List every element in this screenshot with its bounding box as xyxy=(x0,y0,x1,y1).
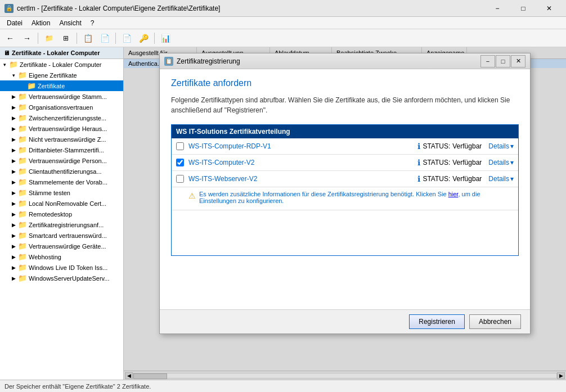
expand-icon-12[interactable]: ▶ xyxy=(9,190,18,196)
status-value-3: Verfügbar xyxy=(452,175,482,183)
expand-icon-5[interactable]: ▶ xyxy=(9,115,18,121)
details-link-2[interactable]: Details ▾ xyxy=(488,159,514,166)
tree-item-8[interactable]: ▶📁Drittanbieter-Stammzertifi... xyxy=(0,145,123,155)
paste-button[interactable]: 📄 xyxy=(97,31,113,46)
key-button[interactable]: 🔑 xyxy=(136,31,151,46)
expand-icon-9[interactable]: ▶ xyxy=(9,158,18,164)
tree-label-8: Drittanbieter-Stammzertifi... xyxy=(29,147,104,154)
export-button[interactable]: 📄 xyxy=(119,31,134,46)
tree-item-2[interactable]: 📁Zertifikate xyxy=(0,80,123,91)
chart-button[interactable]: 📊 xyxy=(158,31,173,46)
expand-icon-4[interactable]: ▶ xyxy=(9,105,18,110)
tree-item-5[interactable]: ▶📁Zwischenzertifizierungsste... xyxy=(0,112,123,123)
tree-item-12[interactable]: ▶📁Stämme testen xyxy=(0,187,123,198)
expand-icon-19[interactable]: ▶ xyxy=(9,265,18,271)
folder-icon-4: 📁 xyxy=(18,103,27,111)
tree-item-19[interactable]: ▶📁Windows Live ID Token Iss... xyxy=(0,262,123,273)
warning-link[interactable]: hier xyxy=(448,191,459,197)
modal-title-bar: 📋 Zertifikatregistrierung − □ ✕ xyxy=(160,53,530,69)
tree-item-4[interactable]: ▶📁Organisationsvertrauen xyxy=(0,102,123,112)
cert-checkbox-3[interactable] xyxy=(176,175,184,183)
expand-icon-11[interactable]: ▶ xyxy=(9,179,18,185)
cert-status-2: ℹ STATUS: Verfügbar xyxy=(417,158,482,167)
status-text: Der Speicher enthält "Eigene Zertifikate… xyxy=(5,383,151,390)
modal-maximize-button[interactable]: □ xyxy=(496,55,510,67)
cert-row-3: WS-ITS-Webserver-V2 ℹ STATUS: Verfügbar … xyxy=(172,171,518,187)
expand-icon-6[interactable]: ▶ xyxy=(9,126,18,132)
tree-panel: 🖥 Zertifikate - Lokaler Computer ▾📁Zerti… xyxy=(0,47,124,380)
tree-item-14[interactable]: ▶📁Remotedesktop xyxy=(0,209,123,219)
cancel-button[interactable]: Abbrechen xyxy=(469,314,521,329)
cert-name-1[interactable]: WS-ITS-Computer-RDP-V1 xyxy=(188,142,417,150)
menu-help[interactable]: ? xyxy=(86,18,99,28)
minimize-button[interactable]: − xyxy=(485,2,510,15)
cert-row-2: WS-ITS-Computer-V2 ℹ STATUS: Verfügbar D… xyxy=(172,155,518,171)
info-icon-3: ℹ xyxy=(417,174,420,183)
details-link-1[interactable]: Details ▾ xyxy=(488,142,514,150)
expand-icon-13[interactable]: ▶ xyxy=(9,201,18,206)
folder-icon-16: 📁 xyxy=(18,231,27,240)
menu-datei[interactable]: Datei xyxy=(2,18,27,28)
register-button[interactable]: Registrieren xyxy=(409,314,465,329)
expand-icon-15[interactable]: ▶ xyxy=(9,222,18,228)
forward-button[interactable]: → xyxy=(19,31,35,46)
maximize-button[interactable]: □ xyxy=(511,2,536,15)
expand-icon-14[interactable]: ▶ xyxy=(9,211,18,217)
cert-name-2[interactable]: WS-ITS-Computer-V2 xyxy=(188,159,417,166)
menu-bar: Datei Aktion Ansicht ? xyxy=(0,17,566,29)
cert-name-3[interactable]: WS-ITS-Webserver-V2 xyxy=(188,175,417,183)
warning-content: ⚠ Es werden zusätzliche Informationen fü… xyxy=(188,191,514,204)
tree-item-0[interactable]: ▾📁Zertifikate - Lokaler Computer xyxy=(0,59,123,70)
warning-text-content: Es werden zusätzliche Informationen für … xyxy=(199,191,480,204)
expand-icon-16[interactable]: ▶ xyxy=(9,233,18,238)
tree-item-7[interactable]: ▶📁Nicht vertrauenswürdige Z... xyxy=(0,134,123,145)
tree-item-15[interactable]: ▶📁Zertifikatregistrierungsanf... xyxy=(0,219,123,230)
expand-icon-0[interactable]: ▾ xyxy=(0,62,9,67)
tree-item-3[interactable]: ▶📁Vertrauenswürdige Stamm... xyxy=(0,91,123,102)
menu-ansicht[interactable]: Ansicht xyxy=(55,18,86,28)
expand-icon-10[interactable]: ▶ xyxy=(9,169,18,174)
cert-status-1: ℹ STATUS: Verfügbar xyxy=(417,142,482,151)
expand-icon-20[interactable]: ▶ xyxy=(9,276,18,281)
tree-item-13[interactable]: ▶📁Local NonRemovable Cert... xyxy=(0,198,123,209)
modal-window: 📋 Zertifikatregistrierung − □ ✕ Zertifik… xyxy=(159,53,531,334)
tree-item-17[interactable]: ▶📁Vertrauenswürdige Geräte... xyxy=(0,241,123,251)
tree-label-18: Webhosting xyxy=(29,254,61,260)
tree-item-10[interactable]: ▶📁Clientauthentifizierungsa... xyxy=(0,166,123,177)
tree-item-18[interactable]: ▶📁Webhosting xyxy=(0,251,123,262)
title-bar: 🔒 certlm - [Zertifikate - Lokaler Comput… xyxy=(0,0,566,17)
status-bar: Der Speicher enthält "Eigene Zertifikate… xyxy=(0,380,566,392)
tree-item-20[interactable]: ▶📁WindowsServerUpdateServ... xyxy=(0,273,123,283)
expand-icon-18[interactable]: ▶ xyxy=(9,254,18,260)
modal-minimize-button[interactable]: − xyxy=(480,55,495,67)
tree-item-11[interactable]: ▶📁Stammelemente der Vorab... xyxy=(0,177,123,187)
expand-icon-3[interactable]: ▶ xyxy=(9,94,18,100)
cert-checkbox-2[interactable] xyxy=(176,159,184,166)
scrollbar-thumb[interactable] xyxy=(133,373,167,379)
tree-label-16: Smartcard vertrauenswürd... xyxy=(29,232,107,239)
tree-item-9[interactable]: ▶📁Vertrauenswürdige Person... xyxy=(0,155,123,166)
expand-icon-7[interactable]: ▶ xyxy=(9,137,18,142)
tree-label-15: Zertifikatregistrierungsanf... xyxy=(29,222,104,228)
tree-item-16[interactable]: ▶📁Smartcard vertrauenswürd... xyxy=(0,230,123,241)
info-icon-1: ℹ xyxy=(417,142,420,151)
back-button[interactable]: ← xyxy=(2,31,18,46)
modal-close-button[interactable]: ✕ xyxy=(511,55,525,67)
scrollbar-track[interactable] xyxy=(133,373,557,379)
cert-checkbox-1[interactable] xyxy=(176,142,184,150)
expand-icon-17[interactable]: ▶ xyxy=(9,244,18,249)
details-link-3[interactable]: Details ▾ xyxy=(488,175,514,183)
copy-button[interactable]: 📋 xyxy=(80,31,96,46)
folder-icon-7: 📁 xyxy=(18,135,27,143)
cert-table-header: WS IT-Solutions Zertifikatverteilung xyxy=(172,125,518,138)
menu-aktion[interactable]: Aktion xyxy=(27,18,55,28)
expand-icon-1[interactable]: ▾ xyxy=(9,73,18,78)
tree-item-1[interactable]: ▾📁Eigene Zertifikate xyxy=(0,70,123,80)
tree-item-6[interactable]: ▶📁Vertrauenswürdige Heraus... xyxy=(0,123,123,134)
close-button[interactable]: ✕ xyxy=(537,2,561,15)
right-panel: Ausgestellt für Ausgestellt von Ablaufda… xyxy=(124,47,566,380)
up-button[interactable]: 📁 xyxy=(41,31,57,46)
grid-button[interactable]: ⊞ xyxy=(58,31,74,46)
modal-body: Zertifikate anfordern Folgende Zertifika… xyxy=(160,69,530,309)
expand-icon-8[interactable]: ▶ xyxy=(9,147,18,153)
